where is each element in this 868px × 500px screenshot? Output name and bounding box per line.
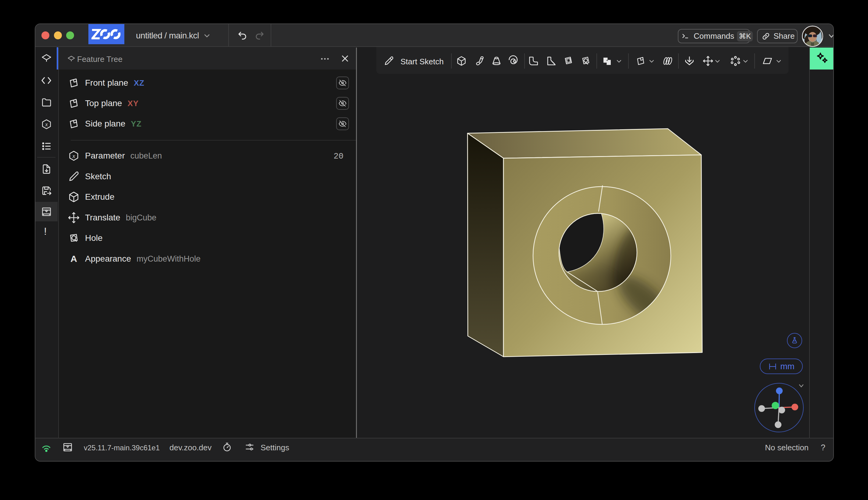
svg-text:x: x [45, 121, 48, 127]
svg-text:x: x [72, 153, 75, 159]
